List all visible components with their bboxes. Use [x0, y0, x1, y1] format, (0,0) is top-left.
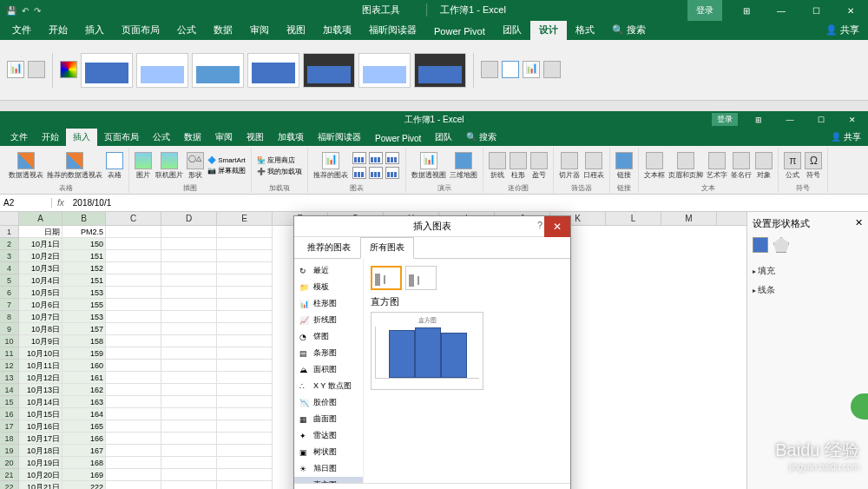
shapes-button[interactable]: 形状 — [187, 152, 204, 180]
row-header[interactable]: 9 — [0, 323, 19, 335]
cell[interactable]: 10月11日 — [19, 360, 62, 372]
quick-access-toolbar[interactable]: 💾 ↶ ↷ — [0, 0, 47, 21]
tab-formulas[interactable]: 公式 — [168, 20, 205, 40]
cell[interactable] — [217, 457, 273, 469]
select-all-corner[interactable] — [0, 212, 19, 225]
histogram-subtype-1[interactable] — [371, 266, 402, 290]
redo-icon[interactable]: ↷ — [34, 6, 41, 16]
cell[interactable] — [217, 469, 273, 481]
row-header[interactable]: 18 — [0, 433, 19, 445]
cell[interactable] — [217, 226, 273, 238]
move-chart[interactable] — [543, 61, 561, 79]
win2-maximize[interactable]: ☐ — [806, 111, 837, 129]
cell[interactable] — [161, 396, 217, 408]
cell[interactable] — [161, 262, 217, 274]
tab-file[interactable]: 文件 — [3, 20, 40, 40]
row-header[interactable]: 12 — [0, 360, 19, 372]
cell[interactable]: 10月7日 — [19, 311, 62, 323]
my-addins-button[interactable]: ➕ 我的加载项 — [257, 167, 302, 176]
other-chart-icon[interactable] — [385, 167, 399, 179]
panel-close-icon[interactable]: ✕ — [855, 217, 863, 230]
table-button[interactable]: 表格 — [106, 152, 123, 180]
cell[interactable] — [161, 238, 217, 250]
cell[interactable] — [217, 433, 273, 445]
cell[interactable]: 10月6日 — [19, 299, 62, 311]
save-icon[interactable]: 💾 — [6, 6, 16, 16]
row-header[interactable]: 1 — [0, 226, 19, 238]
cell[interactable] — [217, 360, 273, 372]
cell[interactable]: 150 — [62, 238, 106, 250]
cell[interactable] — [217, 384, 273, 396]
tab-data[interactable]: 数据 — [177, 129, 208, 146]
store-button[interactable]: 🏪 应用商店 — [257, 155, 302, 165]
cell[interactable]: 161 — [62, 372, 106, 384]
maximize-button[interactable]: ☐ — [799, 0, 833, 21]
cell[interactable] — [106, 372, 161, 384]
cell[interactable] — [161, 250, 217, 262]
tab-foxit[interactable]: 福昕阅读器 — [360, 20, 425, 40]
cell[interactable]: 10月20日 — [19, 469, 62, 481]
tab-all-charts[interactable]: 所有图表 — [360, 237, 414, 259]
row-header[interactable]: 8 — [0, 311, 19, 323]
cell[interactable] — [106, 457, 161, 469]
scatter-chart-icon[interactable] — [369, 167, 383, 179]
line-section[interactable]: 线条 — [753, 281, 863, 300]
cell[interactable]: 159 — [62, 347, 106, 360]
tab-design[interactable]: 设计 — [530, 20, 567, 40]
cell[interactable]: PM2.5 — [62, 226, 106, 238]
cat-pie[interactable]: ◔饼图 — [294, 328, 363, 345]
sparkline-winloss[interactable]: 盈亏 — [530, 152, 548, 180]
cell[interactable]: 10月12日 — [19, 372, 62, 384]
cell[interactable] — [161, 287, 217, 299]
tab-format[interactable]: 格式 — [567, 20, 603, 40]
row-header[interactable]: 5 — [0, 274, 19, 287]
cell[interactable] — [106, 238, 161, 250]
tab-view[interactable]: 视图 — [278, 20, 314, 40]
cell[interactable]: 162 — [62, 384, 106, 396]
search-box[interactable]: 🔍 搜索 — [603, 20, 654, 40]
tab-addins[interactable]: 加载项 — [314, 20, 360, 40]
win2-search[interactable]: 🔍 搜索 — [459, 129, 503, 146]
cell[interactable]: 10月19日 — [19, 457, 62, 469]
cell[interactable]: 10月13日 — [19, 384, 62, 396]
cell[interactable] — [217, 323, 273, 335]
cell[interactable]: 10月15日 — [19, 408, 62, 420]
cell[interactable]: 10月5日 — [19, 287, 62, 299]
win2-login-button[interactable]: 登录 — [712, 113, 738, 126]
row-header[interactable]: 6 — [0, 287, 19, 299]
cell[interactable]: 10月21日 — [19, 481, 62, 489]
cell[interactable]: 10月14日 — [19, 396, 62, 408]
cell[interactable]: 153 — [62, 311, 106, 323]
select-data[interactable] — [502, 61, 519, 79]
tab-insert[interactable]: 插入 — [66, 129, 97, 146]
recommended-pivot-button[interactable]: 推荐的数据透视表 — [47, 152, 102, 180]
cell[interactable] — [106, 481, 161, 489]
wordart-button[interactable]: 艺术字 — [707, 152, 727, 180]
chart-style-4[interactable] — [247, 53, 299, 88]
share-button[interactable]: 👤 共享 — [817, 20, 868, 40]
cell[interactable] — [217, 262, 273, 274]
symbol-button[interactable]: Ω符号 — [805, 152, 822, 180]
timeline-button[interactable]: 日程表 — [583, 152, 604, 180]
cell[interactable] — [106, 262, 161, 274]
cell[interactable] — [161, 384, 217, 396]
cat-radar[interactable]: ✦雷达图 — [294, 427, 363, 444]
cell[interactable] — [217, 445, 273, 457]
col-c[interactable]: C — [106, 212, 161, 225]
3d-map-button[interactable]: 三维地图 — [450, 152, 477, 180]
tab-team[interactable]: 团队 — [494, 20, 530, 40]
name-box[interactable]: A2 — [0, 198, 52, 208]
cell[interactable] — [106, 323, 161, 335]
cell[interactable] — [106, 335, 161, 347]
cat-treemap[interactable]: ▣树状图 — [294, 444, 363, 460]
header-footer-button[interactable]: 页眉和页脚 — [668, 152, 703, 180]
col-m[interactable]: M — [661, 212, 717, 225]
cell[interactable] — [161, 311, 217, 323]
pie-chart-icon[interactable] — [385, 152, 399, 164]
col-b[interactable]: B — [62, 212, 106, 225]
fill-line-icon[interactable] — [753, 237, 768, 253]
hyperlink-button[interactable]: 链接 — [615, 152, 633, 180]
row-header[interactable]: 10 — [0, 335, 19, 347]
cell[interactable]: 155 — [62, 299, 106, 311]
row-header[interactable]: 11 — [0, 347, 19, 360]
